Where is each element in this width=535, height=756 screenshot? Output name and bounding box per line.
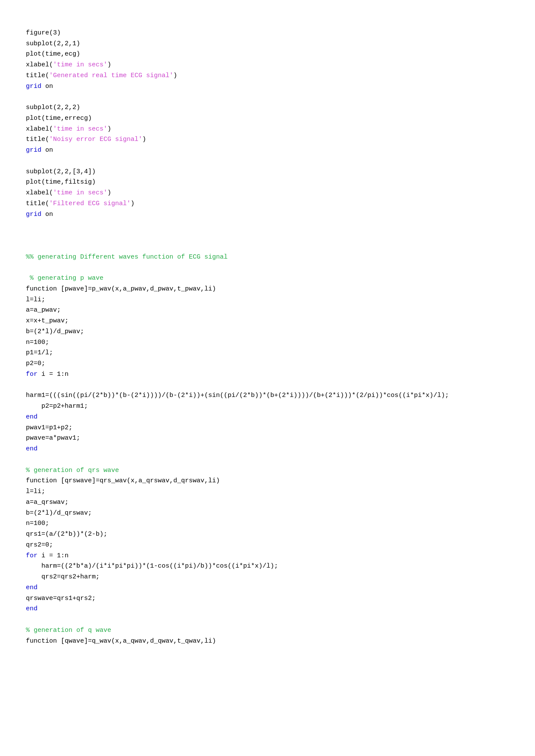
code-editor: figure(3) subplot(2,2,1) plot(time,ecg) … — [26, 17, 509, 647]
